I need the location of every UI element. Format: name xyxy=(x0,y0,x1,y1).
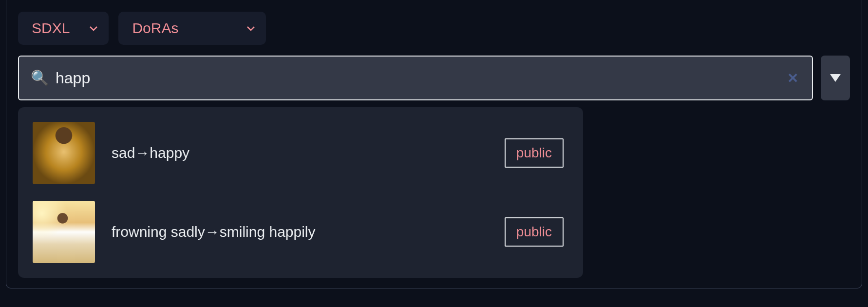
result-thumbnail xyxy=(33,122,95,184)
search-icon: 🔍 xyxy=(31,71,49,85)
clear-search-button[interactable]: ✕ xyxy=(783,70,802,86)
result-item[interactable]: sad→happy public xyxy=(28,117,573,189)
triangle-down-icon xyxy=(830,74,841,82)
chevron-down-icon xyxy=(89,24,98,33)
chevron-down-icon xyxy=(246,24,255,33)
category-dropdown-label: DoRAs xyxy=(132,20,178,37)
result-thumbnail xyxy=(33,201,95,263)
model-dropdown[interactable]: SDXL xyxy=(18,12,109,45)
filter-row: SDXL DoRAs xyxy=(18,12,850,45)
model-dropdown-label: SDXL xyxy=(32,20,70,37)
results-list: sad→happy public frowning sadly→smiling … xyxy=(18,107,583,278)
expand-button[interactable] xyxy=(821,56,850,100)
category-dropdown[interactable]: DoRAs xyxy=(118,12,266,45)
result-label: sad→happy xyxy=(112,145,488,161)
filter-panel: SDXL DoRAs 🔍 ✕ sad→happy public xyxy=(6,0,862,288)
search-input[interactable] xyxy=(56,69,783,87)
result-item[interactable]: frowning sadly→smiling happily public xyxy=(28,196,573,268)
search-row: 🔍 ✕ xyxy=(18,56,850,100)
search-box[interactable]: 🔍 ✕ xyxy=(18,56,813,100)
visibility-badge: public xyxy=(505,217,564,247)
result-label: frowning sadly→smiling happily xyxy=(112,224,488,240)
visibility-badge: public xyxy=(505,138,564,168)
